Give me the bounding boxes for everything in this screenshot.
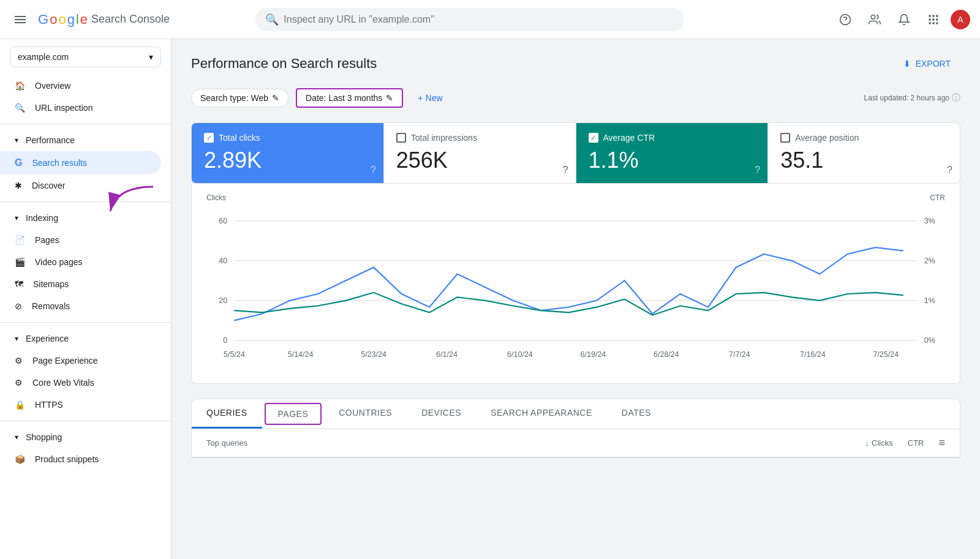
position-value: 35.1 <box>780 148 948 173</box>
svg-text:5/23/24: 5/23/24 <box>361 350 386 359</box>
main-content: Performance on Search results ⬇ EXPORT S… <box>172 39 980 559</box>
overview-label: Overview <box>35 81 70 91</box>
chevron-icon-4: ▾ <box>15 433 18 441</box>
lock-icon: 🔒 <box>15 400 25 410</box>
video-pages-label: Video pages <box>35 257 83 267</box>
page-experience-label: Page Experience <box>32 356 98 366</box>
table-col-ctr[interactable]: CTR <box>908 438 924 448</box>
sidebar-item-core-web-vitals[interactable]: ⚙ Core Web Vitals <box>0 372 161 394</box>
tab-search-appearance-label: SEARCH APPEARANCE <box>491 408 592 418</box>
download-icon: ⬇ <box>903 59 911 69</box>
experience-section-header[interactable]: ▾ Experience <box>0 328 171 350</box>
add-filter-button[interactable]: + New <box>410 89 450 107</box>
help-button[interactable] <box>833 7 858 32</box>
help-icon-impressions[interactable]: ? <box>563 165 568 176</box>
search-input[interactable] <box>284 14 674 25</box>
svg-text:6/10/24: 6/10/24 <box>507 350 533 359</box>
tabs: QUERIES PAGES COUNTRIES DEVICES SEARCH A… <box>192 399 960 429</box>
tab-search-appearance[interactable]: SEARCH APPEARANCE <box>476 399 607 429</box>
shopping-label: Shopping <box>26 432 62 442</box>
avatar[interactable]: A <box>951 10 970 29</box>
help-icon-position[interactable]: ? <box>947 165 952 176</box>
page-header: Performance on Search results ⬇ EXPORT <box>191 54 960 73</box>
notifications-button[interactable] <box>892 7 916 32</box>
google-letter-o2: o <box>58 12 66 28</box>
help-icon-ctr[interactable]: ? <box>755 165 760 176</box>
chevron-icon-3: ▾ <box>15 334 18 343</box>
chart-container: Clicks CTR 60 40 20 0 3% 2% <box>191 184 960 384</box>
svg-text:20: 20 <box>219 296 227 305</box>
chart-svg: 60 40 20 0 3% 2% 1% 0% 5/5/24 5/14/24 <box>206 214 945 373</box>
metric-card-header-position: Average position <box>780 133 948 143</box>
menu-icon[interactable] <box>10 9 31 30</box>
svg-rect-7 <box>932 18 934 20</box>
asterisk-icon: ✱ <box>15 181 22 190</box>
svg-text:5/14/24: 5/14/24 <box>288 350 314 359</box>
svg-rect-9 <box>929 22 930 24</box>
table-col-clicks[interactable]: ↓ Clicks <box>865 438 893 448</box>
nav-divider-4 <box>0 421 171 421</box>
svg-rect-4 <box>932 15 934 17</box>
metric-card-impressions[interactable]: Total impressions 256K ? <box>384 123 576 183</box>
info-icon: ⓘ <box>952 92 960 103</box>
sidebar-item-pages[interactable]: 📄 Pages <box>0 229 161 251</box>
tab-devices[interactable]: DEVICES <box>407 399 476 429</box>
metric-card-position[interactable]: Average position 35.1 ? <box>768 123 960 183</box>
table-queries-label: Top queries <box>206 438 247 448</box>
sidebar-item-discover[interactable]: ✱ Discover <box>0 174 161 197</box>
accounts-button[interactable] <box>862 7 887 32</box>
sidebar-item-page-experience[interactable]: ⚙ Page Experience <box>0 350 161 372</box>
topbar: Google Search Console 🔍 A <box>0 0 980 39</box>
sidebar-item-url-inspection[interactable]: 🔍 URL inspection <box>0 97 161 119</box>
metric-card-ctr[interactable]: Average CTR 1.1% ? <box>576 123 769 183</box>
metric-card-header-impressions: Total impressions <box>396 133 564 143</box>
sidebar-item-product-snippets[interactable]: 📦 Product snippets <box>0 448 161 470</box>
svg-point-2 <box>871 15 875 19</box>
property-selector[interactable]: example.com ▾ <box>10 47 161 67</box>
performance-section-header[interactable]: ▾ Performance <box>0 129 171 151</box>
tab-dates-label: DATES <box>622 408 651 418</box>
sidebar-item-sitemaps[interactable]: 🗺 Sitemaps <box>0 273 161 295</box>
apps-button[interactable] <box>921 7 946 32</box>
svg-text:6/1/24: 6/1/24 <box>436 350 458 359</box>
clicks-down-icon: ↓ <box>865 438 870 448</box>
y-axis-label-right: CTR <box>930 193 945 202</box>
last-updated-text: Last updated: 2 hours ago <box>864 94 949 102</box>
chevron-icon: ▾ <box>15 136 18 144</box>
indexing-label: Indexing <box>26 213 58 223</box>
filters-bar: Search type: Web ✎ Date: Last 3 months ✎… <box>191 88 960 108</box>
sitemaps-label: Sitemaps <box>33 279 69 289</box>
tab-queries[interactable]: QUERIES <box>192 399 262 429</box>
svg-rect-11 <box>936 22 938 24</box>
table-filter-icon: ≡ <box>938 437 945 449</box>
filter-icon[interactable]: ≡ <box>938 437 945 449</box>
google-g-icon: G <box>15 157 22 168</box>
export-button[interactable]: ⬇ EXPORT <box>894 54 960 73</box>
topbar-right: A <box>833 7 970 32</box>
indexing-section-header[interactable]: ▾ Indexing <box>0 207 171 229</box>
export-label: EXPORT <box>916 59 951 69</box>
sidebar-item-video-pages[interactable]: 🎬 Video pages <box>0 251 161 273</box>
metric-card-total-clicks[interactable]: Total clicks 2.89K ? <box>192 123 384 183</box>
tabs-container: QUERIES PAGES COUNTRIES DEVICES SEARCH A… <box>191 399 960 458</box>
edit-icon-search-type: ✎ <box>272 93 279 103</box>
search-type-filter[interactable]: Search type: Web ✎ <box>191 89 288 107</box>
sidebar-item-removals[interactable]: ⊘ Removals <box>0 295 161 317</box>
google-logo: Google Search Console <box>38 12 170 28</box>
sidebar-item-https[interactable]: 🔒 HTTPS <box>0 394 161 416</box>
svg-text:6/19/24: 6/19/24 <box>581 350 606 359</box>
tab-countries[interactable]: COUNTRIES <box>324 399 407 429</box>
tab-dates[interactable]: DATES <box>607 399 666 429</box>
search-circle-icon: 🔍 <box>15 103 25 113</box>
new-filter-label: New <box>426 93 443 103</box>
date-filter[interactable]: Date: Last 3 months ✎ <box>296 88 403 108</box>
svg-text:0%: 0% <box>924 336 935 345</box>
tab-pages[interactable]: PAGES <box>265 403 322 425</box>
shopping-section-header[interactable]: ▾ Shopping <box>0 426 171 448</box>
sidebar-item-search-results[interactable]: G Search results <box>0 151 161 174</box>
table-col-queries: Top queries <box>206 438 865 448</box>
help-icon-clicks[interactable]: ? <box>371 165 376 176</box>
sidebar-item-overview[interactable]: 🏠 Overview <box>0 75 161 97</box>
nav-divider-2 <box>0 201 171 202</box>
svg-text:2%: 2% <box>924 257 935 265</box>
